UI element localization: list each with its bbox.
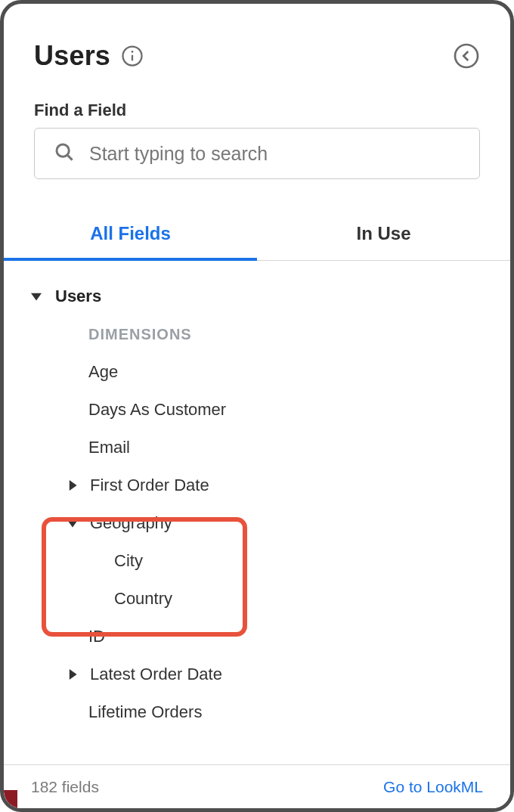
tree-group-label: Users xyxy=(55,287,101,306)
search-label: Find a Field xyxy=(34,101,480,120)
field-count: 182 fields xyxy=(31,778,99,796)
dimensions-header: DIMENSIONS xyxy=(25,315,498,353)
field-id[interactable]: ID xyxy=(25,618,498,655)
field-lifetime-orders[interactable]: Lifetime Orders xyxy=(25,693,498,731)
svg-point-3 xyxy=(455,45,478,67)
corner-decoration xyxy=(4,790,17,808)
svg-marker-9 xyxy=(70,669,77,680)
svg-marker-8 xyxy=(67,520,78,528)
search-input[interactable] xyxy=(89,143,461,165)
collapse-panel-button[interactable] xyxy=(453,42,480,70)
field-latest-order-date[interactable]: Latest Order Date xyxy=(25,655,498,693)
svg-marker-6 xyxy=(31,293,42,301)
field-email[interactable]: Email xyxy=(25,429,498,466)
tab-in-use[interactable]: In Use xyxy=(257,211,510,260)
panel-footer: 182 fields Go to LookML xyxy=(4,764,510,808)
svg-marker-7 xyxy=(70,480,77,491)
caret-down-icon xyxy=(61,518,84,528)
caret-right-icon xyxy=(61,669,84,680)
search-box[interactable] xyxy=(34,128,480,179)
tree-group-users[interactable]: Users xyxy=(25,277,498,315)
field-geography[interactable]: Geography xyxy=(25,504,498,542)
field-first-order-date[interactable]: First Order Date xyxy=(25,466,498,504)
info-icon[interactable] xyxy=(121,45,144,67)
caret-right-icon xyxy=(61,480,84,491)
tab-all-fields[interactable]: All Fields xyxy=(4,211,257,261)
field-country[interactable]: Country xyxy=(25,580,498,618)
go-to-lookml-link[interactable]: Go to LookML xyxy=(383,778,483,796)
field-days-as-customer[interactable]: Days As Customer xyxy=(25,391,498,429)
field-tree: Users DIMENSIONS Age Days As Customer Em… xyxy=(4,277,510,731)
svg-line-5 xyxy=(67,155,72,160)
svg-point-2 xyxy=(132,51,134,53)
panel-header: Users xyxy=(34,40,480,90)
field-age[interactable]: Age xyxy=(25,353,498,391)
field-city[interactable]: City xyxy=(25,542,498,580)
search-icon xyxy=(53,141,76,166)
page-title: Users xyxy=(34,40,110,72)
caret-down-icon xyxy=(25,291,48,302)
tabs: All Fields In Use xyxy=(4,211,510,261)
field-picker-panel: Users Find a Field xyxy=(0,0,514,812)
svg-point-4 xyxy=(57,144,69,157)
